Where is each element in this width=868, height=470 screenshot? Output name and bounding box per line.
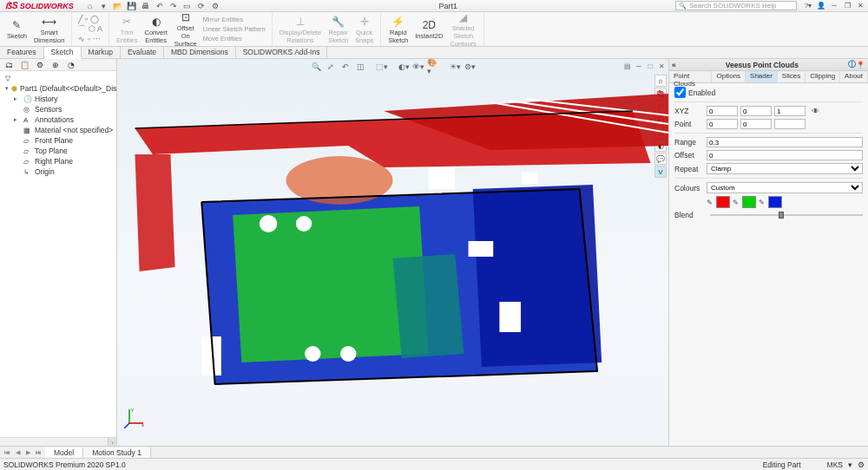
graphics-area[interactable]: 🔍 ⤢ ↶ ◫ ⬚▾ ◐▾ 👁▾ 🎨▾ ☀▾ ⚙▾ ▤ ─ □ ✕ ⌂ 📚 📁 … — [117, 59, 668, 446]
repeat-select[interactable]: Clamp — [707, 163, 863, 174]
minimize-icon[interactable]: ─ — [828, 1, 840, 11]
zoom-fit-icon[interactable]: 🔍 — [310, 61, 322, 73]
view-orient-icon[interactable]: ⬚▾ — [376, 61, 388, 73]
fm-tab-tree-icon[interactable]: 🗂 — [2, 60, 16, 70]
vtab-slices[interactable]: Slices — [778, 71, 806, 82]
restore-icon[interactable]: ❐ — [841, 1, 853, 11]
fm-tab-dim-icon[interactable]: ⊕ — [49, 60, 62, 70]
help-dropdown-icon[interactable]: ?▾ — [802, 1, 814, 11]
tab-nav-last-icon[interactable]: ⏭ — [33, 449, 43, 456]
fm-tab-display-icon[interactable]: ◔ — [64, 60, 78, 70]
tree-sensors[interactable]: ◎Sensors — [2, 104, 115, 114]
point-y-input[interactable] — [740, 119, 772, 129]
blend-slider[interactable] — [710, 214, 863, 216]
enabled-checkbox[interactable] — [674, 87, 686, 98]
offset-surface-button[interactable]: ⊡Offset On Surface — [171, 9, 201, 49]
section-view-icon[interactable]: ◫ — [354, 61, 366, 73]
tree-top-plane[interactable]: ▱Top Plane — [2, 146, 115, 156]
tree-hscroll[interactable]: › — [0, 437, 116, 446]
close-icon[interactable]: ✕ — [854, 1, 866, 11]
colour-swatch-3[interactable] — [768, 196, 782, 208]
display-relations-button[interactable]: ⊥Display/Delete Relations — [276, 13, 325, 46]
point-x-input[interactable] — [707, 119, 738, 129]
user-icon[interactable]: 👤 — [815, 1, 827, 11]
undo-icon[interactable]: ↶ — [154, 1, 166, 11]
edit-colour-2-icon[interactable]: ✎ — [733, 199, 740, 206]
gfx-close-icon[interactable]: ✕ — [656, 61, 667, 71]
zoom-area-icon[interactable]: ⤢ — [325, 61, 337, 73]
rapid-sketch-button[interactable]: ⚡Rapid Sketch — [385, 13, 411, 46]
gfx-task-icon[interactable]: ▤ — [622, 61, 633, 71]
point-z-input[interactable] — [774, 119, 806, 129]
fm-tab-config-icon[interactable]: ⚙ — [33, 60, 47, 70]
xyz-z-input[interactable] — [774, 106, 806, 116]
tree-front-plane[interactable]: ▱Front Plane — [2, 135, 115, 146]
fm-tab-property-icon[interactable]: 📋 — [17, 60, 31, 70]
vtab-pointclouds[interactable]: Point Clouds — [669, 71, 712, 82]
save-icon[interactable]: 💾 — [126, 1, 138, 11]
view-triad[interactable]: y x — [124, 406, 147, 428]
help-search-input[interactable]: Search SOLIDWORKS Help — [675, 1, 797, 10]
hide-show-icon[interactable]: 👁▾ — [412, 61, 424, 73]
view-settings-icon[interactable]: ⚙▾ — [464, 61, 476, 73]
vtab-clipping[interactable]: Clipping — [806, 71, 840, 82]
print-icon[interactable]: 🖶 — [140, 1, 152, 11]
tree-right-plane[interactable]: ▱Right Plane — [2, 156, 115, 166]
tab-evaluate[interactable]: Evaluate — [121, 47, 164, 58]
filter-row[interactable]: ▽ — [2, 74, 115, 83]
scene-icon[interactable]: ☀▾ — [449, 61, 461, 73]
bottom-tab-motion[interactable]: Motion Study 1 — [83, 447, 151, 458]
display-style-icon[interactable]: ◐▾ — [398, 61, 410, 73]
linear-pattern-button[interactable]: Linear Sketch Pattern — [201, 24, 268, 34]
tab-sketch[interactable]: Sketch — [44, 47, 82, 59]
tree-material[interactable]: ▦Material <not specified> — [2, 125, 115, 135]
bottom-tab-model[interactable]: Model — [45, 447, 83, 458]
xyz-y-input[interactable] — [740, 106, 772, 116]
edit-colour-1-icon[interactable]: ✎ — [707, 199, 713, 206]
eye-icon[interactable]: 👁 — [812, 107, 819, 115]
shaded-contours-button[interactable]: ◢Shaded Sketch Contours — [446, 9, 479, 49]
prev-view-icon[interactable]: ↶ — [339, 61, 352, 73]
gfx-max-icon[interactable]: □ — [645, 61, 655, 71]
tab-nav-first-icon[interactable]: ⏮ — [2, 449, 12, 456]
sketch-button[interactable]: ✎Sketch — [3, 16, 30, 42]
offset-input[interactable] — [707, 150, 863, 160]
status-gear-icon[interactable]: ⚙ — [858, 460, 865, 469]
trim-entities-button[interactable]: ✂Trim Entities — [113, 13, 141, 46]
mirror-entities-button[interactable]: Mirror Entities — [201, 15, 268, 24]
new-icon[interactable]: ▾ — [98, 1, 110, 11]
line-tool-icon[interactable]: ╱ ▫ ◯ — [78, 15, 102, 23]
spline-tool-icon[interactable]: ∿ ◦ ⋯ — [78, 35, 102, 43]
colours-select[interactable]: Custom — [707, 182, 863, 193]
home-icon[interactable]: ⌂ — [84, 1, 96, 11]
quick-snaps-button[interactable]: ✛Quick Snaps — [352, 13, 377, 46]
gfx-min-icon[interactable]: ─ — [634, 61, 644, 71]
appearance-icon[interactable]: 🎨▾ — [427, 61, 439, 73]
status-dropdown-icon[interactable]: ▾ — [848, 460, 852, 469]
colour-swatch-1[interactable] — [716, 196, 730, 208]
tab-nav-prev-icon[interactable]: ◀ — [12, 449, 23, 456]
tree-annotations[interactable]: ▸AAnnotations — [2, 114, 115, 125]
tab-nav-next-icon[interactable]: ▶ — [23, 449, 33, 456]
tree-history[interactable]: ▸🕑History — [2, 94, 115, 104]
move-entities-button[interactable]: Move Entities — [201, 34, 268, 43]
vtab-shader[interactable]: Shader — [746, 71, 778, 82]
tab-features[interactable]: Features — [0, 47, 44, 58]
tab-addins[interactable]: SOLIDWORKS Add-Ins — [236, 47, 328, 58]
options-icon[interactable]: ⚙ — [209, 1, 221, 11]
vtab-about[interactable]: About — [840, 71, 868, 82]
colour-swatch-2[interactable] — [742, 196, 756, 208]
tree-root[interactable]: ▾⬢Part1 (Default<<Default>_Display Sta — [2, 83, 115, 94]
vtab-options[interactable]: Options — [712, 71, 746, 82]
tab-mbd[interactable]: MBD Dimensions — [164, 47, 236, 58]
instant2d-button[interactable]: 2DInstant2D — [411, 16, 446, 42]
tab-markup[interactable]: Markup — [82, 47, 121, 58]
edit-colour-3-icon[interactable]: ✎ — [759, 199, 766, 206]
open-icon[interactable]: 📂 — [112, 1, 124, 11]
arc-tool-icon[interactable]: ⌒ ⬡ A — [78, 23, 102, 35]
taskpane-help-icon[interactable]: ⓘ — [848, 60, 856, 70]
xyz-x-input[interactable] — [707, 106, 738, 116]
taskpane-pin-icon[interactable]: 📍 — [856, 61, 865, 69]
repair-sketch-button[interactable]: 🔧Repair Sketch — [325, 13, 352, 46]
tree-origin[interactable]: ↳Origin — [2, 166, 115, 177]
